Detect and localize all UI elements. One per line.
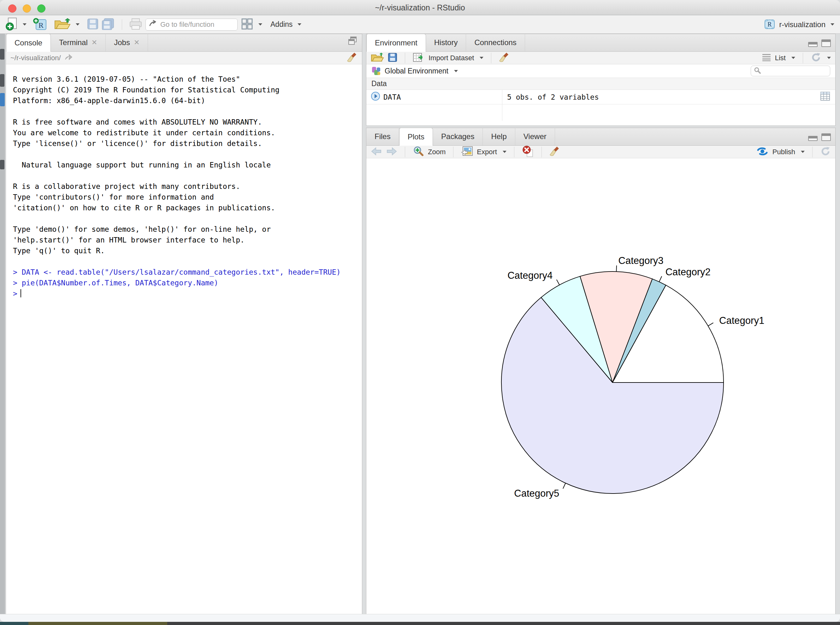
toolbar-separator (453, 147, 454, 157)
tab-packages[interactable]: Packages (433, 128, 483, 145)
view-table-icon[interactable] (820, 92, 830, 103)
svg-text:R: R (768, 21, 772, 28)
refresh-plot-icon[interactable] (820, 146, 831, 158)
goto-directory-arrow-icon[interactable] (65, 54, 73, 62)
tab-plots[interactable]: Plots (399, 128, 433, 146)
working-directory: ~/r-visualization/ (11, 54, 61, 62)
publish-icon[interactable] (756, 146, 769, 158)
console-line: R is free software and comes with ABSOLU… (13, 117, 359, 127)
pie-label-category4: Category4 (507, 270, 553, 281)
remove-plot-icon[interactable] (522, 145, 534, 159)
environment-scope-selector[interactable]: Global Environment (385, 67, 449, 75)
tab-terminal[interactable]: Terminal ✕ (51, 34, 106, 51)
console-line: R is a collaborative project with many c… (13, 181, 359, 192)
import-dataset-button[interactable]: Import Dataset (429, 54, 474, 62)
console-line: Platform: x86_64-apple-darwin15.6.0 (64-… (13, 95, 359, 106)
search-icon (754, 67, 761, 75)
close-tab-icon[interactable]: ✕ (92, 39, 97, 47)
console-output[interactable]: R version 3.6.1 (2019-07-05) -- "Action … (6, 64, 362, 299)
list-view-button[interactable]: List (775, 54, 786, 62)
plots-pane: Files Plots Packages Help Viewer (366, 128, 835, 614)
print-icon[interactable] (129, 18, 142, 31)
new-project-icon[interactable]: R (33, 17, 47, 32)
rstudio-window: ~/r-visualization - RStudio R (0, 0, 840, 625)
clear-console-icon[interactable] (347, 52, 357, 64)
project-menu[interactable]: R r-visualization (763, 18, 834, 31)
new-file-icon[interactable] (6, 17, 18, 32)
export-plot-button[interactable]: Export (477, 148, 497, 156)
workspace-panes-icon[interactable] (241, 18, 253, 31)
console-line: Type 'demo()' for some demos, 'help()' f… (13, 224, 359, 235)
clear-all-plots-icon[interactable] (549, 146, 560, 158)
background-fragment (0, 160, 5, 169)
minimize-pane-icon[interactable] (808, 42, 818, 47)
open-file-dropdown-caret[interactable] (76, 23, 79, 26)
toolbar-separator (405, 53, 405, 64)
console-header: ~/r-visualization/ (6, 52, 362, 64)
tab-jobs[interactable]: Jobs ✕ (106, 34, 148, 51)
tab-environment[interactable]: Environment (366, 34, 426, 52)
open-file-icon[interactable] (54, 18, 71, 31)
list-view-icon[interactable] (762, 54, 771, 62)
tab-history[interactable]: History (426, 34, 466, 51)
clear-environment-icon[interactable] (499, 52, 510, 64)
environment-empty-area (366, 104, 835, 121)
tab-label: Console (14, 39, 42, 47)
scope-dropdown-caret[interactable] (454, 70, 458, 72)
new-file-dropdown-caret[interactable] (23, 23, 26, 26)
toolbar-separator (514, 147, 514, 157)
tab-viewer[interactable]: Viewer (515, 128, 555, 145)
tab-files[interactable]: Files (366, 128, 399, 145)
desktop-segment (0, 622, 28, 625)
maximize-pane-icon[interactable] (821, 134, 831, 141)
maximize-pane-icon[interactable] (821, 39, 831, 47)
expand-object-icon[interactable] (371, 92, 380, 103)
publish-dropdown-caret[interactable] (801, 151, 805, 153)
load-workspace-icon[interactable] (371, 52, 384, 64)
export-plot-icon[interactable] (461, 146, 473, 158)
pie-label-tick (556, 280, 559, 285)
export-dropdown-caret[interactable] (503, 151, 506, 153)
panes-dropdown-caret[interactable] (259, 23, 262, 26)
publish-button[interactable]: Publish (773, 148, 795, 156)
zoom-plot-button[interactable]: Zoom (428, 148, 446, 156)
tab-console[interactable]: Console (6, 34, 51, 52)
goto-file-search[interactable]: Go to file/function (145, 19, 238, 31)
tab-help[interactable]: Help (483, 128, 515, 145)
import-dataset-caret[interactable] (480, 57, 483, 59)
console-line: 'help.start()' for an HTML browser inter… (13, 235, 359, 245)
tab-label: Help (491, 132, 506, 141)
save-icon[interactable] (87, 18, 98, 31)
close-tab-icon[interactable]: ✕ (134, 39, 139, 47)
window-title: ~/r-visualization - RStudio (0, 0, 840, 15)
console-line: > pie(DATA$Number.of.Times, DATA$Categor… (13, 277, 359, 288)
pie-label-tick (659, 276, 662, 282)
save-workspace-icon[interactable] (388, 53, 397, 64)
background-fragment (0, 74, 5, 87)
toolbar-separator (122, 19, 122, 30)
zoom-plot-icon[interactable] (413, 146, 424, 158)
environment-tabbar: Environment History Connections (366, 34, 835, 52)
text-cursor (20, 289, 21, 297)
tab-label: Plots (408, 132, 424, 141)
addins-menu[interactable]: Addins (270, 20, 293, 29)
refresh-environment-icon[interactable] (810, 52, 821, 64)
environment-pane: Environment History Connections (366, 34, 835, 126)
save-all-icon[interactable] (101, 18, 115, 31)
import-dataset-icon[interactable] (413, 53, 425, 64)
environment-object-row[interactable]: DATA 5 obs. of 2 variables (366, 90, 835, 104)
environment-search-input[interactable] (764, 67, 824, 75)
list-view-caret[interactable] (792, 57, 795, 59)
console-line: Type 'license()' or 'licence()' for dist… (13, 138, 359, 149)
goto-file-placeholder: Go to file/function (160, 20, 214, 29)
next-plot-icon[interactable] (386, 147, 397, 157)
tab-connections[interactable]: Connections (466, 34, 525, 51)
tab-label: Packages (441, 132, 474, 141)
maximize-pane-icon[interactable] (348, 36, 357, 47)
desktop-segment (28, 622, 167, 625)
addins-dropdown-caret[interactable] (298, 23, 301, 26)
environment-search-box[interactable] (751, 65, 830, 76)
previous-plot-icon[interactable] (371, 147, 382, 157)
refresh-environment-caret[interactable] (827, 57, 831, 59)
minimize-pane-icon[interactable] (808, 136, 818, 141)
